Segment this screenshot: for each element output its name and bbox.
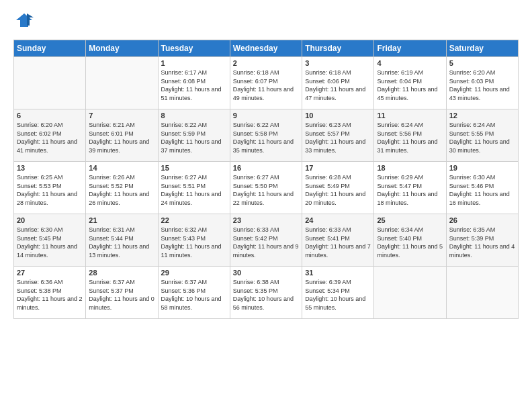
calendar-cell: 14Sunrise: 6:26 AMSunset: 5:52 PMDayligh… bbox=[86, 162, 158, 214]
weekday-header: Monday bbox=[86, 40, 158, 57]
day-number: 31 bbox=[305, 269, 371, 277]
day-number: 9 bbox=[233, 111, 299, 120]
calendar-cell: 26Sunrise: 6:35 AMSunset: 5:39 PMDayligh… bbox=[446, 214, 518, 267]
cell-info: Sunrise: 6:37 AMSunset: 5:37 PMDaylight:… bbox=[89, 279, 154, 311]
calendar-cell bbox=[374, 267, 446, 319]
cell-info: Sunrise: 6:18 AMSunset: 6:06 PMDaylight:… bbox=[305, 69, 365, 101]
cell-info: Sunrise: 6:20 AMSunset: 6:03 PMDaylight:… bbox=[449, 69, 510, 101]
calendar-cell: 22Sunrise: 6:32 AMSunset: 5:43 PMDayligh… bbox=[158, 214, 230, 267]
cell-info: Sunrise: 6:37 AMSunset: 5:36 PMDaylight:… bbox=[161, 279, 222, 311]
day-number: 8 bbox=[161, 111, 227, 120]
calendar-week-row: 6Sunrise: 6:20 AMSunset: 6:02 PMDaylight… bbox=[14, 109, 519, 162]
calendar-cell: 5Sunrise: 6:20 AMSunset: 6:03 PMDaylight… bbox=[446, 57, 518, 109]
calendar-week-row: 13Sunrise: 6:25 AMSunset: 5:53 PMDayligh… bbox=[14, 162, 519, 214]
day-number: 28 bbox=[89, 269, 154, 277]
weekday-header: Sunday bbox=[14, 40, 86, 57]
cell-info: Sunrise: 6:32 AMSunset: 5:43 PMDaylight:… bbox=[161, 226, 222, 259]
cell-info: Sunrise: 6:27 AMSunset: 5:51 PMDaylight:… bbox=[161, 174, 222, 206]
calendar-cell: 28Sunrise: 6:37 AMSunset: 5:37 PMDayligh… bbox=[86, 267, 158, 319]
calendar-cell: 1Sunrise: 6:17 AMSunset: 6:08 PMDaylight… bbox=[158, 57, 230, 109]
cell-info: Sunrise: 6:33 AMSunset: 5:42 PMDaylight:… bbox=[233, 226, 299, 259]
calendar-cell: 11Sunrise: 6:24 AMSunset: 5:56 PMDayligh… bbox=[374, 109, 446, 162]
calendar-cell bbox=[446, 267, 518, 319]
cell-info: Sunrise: 6:24 AMSunset: 5:56 PMDaylight:… bbox=[377, 122, 437, 154]
calendar-cell: 9Sunrise: 6:22 AMSunset: 5:58 PMDaylight… bbox=[230, 109, 302, 162]
calendar-cell: 12Sunrise: 6:24 AMSunset: 5:55 PMDayligh… bbox=[446, 109, 518, 162]
calendar-cell: 23Sunrise: 6:33 AMSunset: 5:42 PMDayligh… bbox=[230, 214, 302, 267]
cell-info: Sunrise: 6:19 AMSunset: 6:04 PMDaylight:… bbox=[377, 69, 437, 101]
calendar-cell: 3Sunrise: 6:18 AMSunset: 6:06 PMDaylight… bbox=[302, 57, 374, 109]
cell-info: Sunrise: 6:20 AMSunset: 6:02 PMDaylight:… bbox=[17, 122, 77, 154]
day-number: 13 bbox=[17, 164, 83, 172]
calendar-cell: 6Sunrise: 6:20 AMSunset: 6:02 PMDaylight… bbox=[14, 109, 86, 162]
day-number: 21 bbox=[89, 216, 154, 224]
calendar-cell: 7Sunrise: 6:21 AMSunset: 6:01 PMDaylight… bbox=[86, 109, 158, 162]
day-number: 3 bbox=[305, 59, 371, 67]
cell-info: Sunrise: 6:17 AMSunset: 6:08 PMDaylight:… bbox=[161, 69, 222, 101]
cell-info: Sunrise: 6:34 AMSunset: 5:40 PMDaylight:… bbox=[377, 226, 443, 259]
cell-info: Sunrise: 6:21 AMSunset: 6:01 PMDaylight:… bbox=[89, 122, 149, 154]
weekday-header: Friday bbox=[374, 40, 446, 57]
weekday-header: Thursday bbox=[302, 40, 374, 57]
cell-info: Sunrise: 6:36 AMSunset: 5:38 PMDaylight:… bbox=[17, 279, 83, 311]
cell-info: Sunrise: 6:22 AMSunset: 5:59 PMDaylight:… bbox=[161, 122, 222, 154]
day-number: 16 bbox=[233, 164, 299, 172]
cell-info: Sunrise: 6:30 AMSunset: 5:45 PMDaylight:… bbox=[17, 226, 77, 259]
cell-info: Sunrise: 6:33 AMSunset: 5:41 PMDaylight:… bbox=[305, 226, 371, 259]
calendar-cell: 29Sunrise: 6:37 AMSunset: 5:36 PMDayligh… bbox=[158, 267, 230, 319]
logo-icon bbox=[15, 11, 34, 30]
day-number: 30 bbox=[233, 269, 299, 277]
calendar-cell: 2Sunrise: 6:18 AMSunset: 6:07 PMDaylight… bbox=[230, 57, 302, 109]
day-number: 15 bbox=[161, 164, 227, 172]
day-number: 7 bbox=[89, 111, 154, 120]
calendar-cell: 18Sunrise: 6:29 AMSunset: 5:47 PMDayligh… bbox=[374, 162, 446, 214]
weekday-header-row: SundayMondayTuesdayWednesdayThursdayFrid… bbox=[14, 40, 519, 57]
day-number: 24 bbox=[305, 216, 371, 224]
logo bbox=[13, 11, 34, 33]
cell-info: Sunrise: 6:35 AMSunset: 5:39 PMDaylight:… bbox=[449, 226, 515, 259]
day-number: 5 bbox=[449, 59, 515, 67]
cell-info: Sunrise: 6:26 AMSunset: 5:52 PMDaylight:… bbox=[89, 174, 149, 206]
day-number: 18 bbox=[377, 164, 443, 172]
day-number: 29 bbox=[161, 269, 227, 277]
calendar-cell: 24Sunrise: 6:33 AMSunset: 5:41 PMDayligh… bbox=[302, 214, 374, 267]
calendar-cell: 20Sunrise: 6:30 AMSunset: 5:45 PMDayligh… bbox=[14, 214, 86, 267]
header bbox=[13, 11, 519, 33]
day-number: 6 bbox=[17, 111, 83, 120]
day-number: 14 bbox=[89, 164, 154, 172]
day-number: 23 bbox=[233, 216, 299, 224]
calendar-cell: 27Sunrise: 6:36 AMSunset: 5:38 PMDayligh… bbox=[14, 267, 86, 319]
calendar-week-row: 20Sunrise: 6:30 AMSunset: 5:45 PMDayligh… bbox=[14, 214, 519, 267]
cell-info: Sunrise: 6:31 AMSunset: 5:44 PMDaylight:… bbox=[89, 226, 149, 259]
day-number: 1 bbox=[161, 59, 227, 67]
calendar-cell: 16Sunrise: 6:27 AMSunset: 5:50 PMDayligh… bbox=[230, 162, 302, 214]
day-number: 26 bbox=[449, 216, 515, 224]
cell-info: Sunrise: 6:24 AMSunset: 5:55 PMDaylight:… bbox=[449, 122, 510, 154]
cell-info: Sunrise: 6:22 AMSunset: 5:58 PMDaylight:… bbox=[233, 122, 294, 154]
cell-info: Sunrise: 6:28 AMSunset: 5:49 PMDaylight:… bbox=[305, 174, 365, 206]
day-number: 20 bbox=[17, 216, 83, 224]
calendar-cell: 25Sunrise: 6:34 AMSunset: 5:40 PMDayligh… bbox=[374, 214, 446, 267]
day-number: 2 bbox=[233, 59, 299, 67]
day-number: 10 bbox=[305, 111, 371, 120]
day-number: 12 bbox=[449, 111, 515, 120]
calendar-cell bbox=[14, 57, 86, 109]
day-number: 19 bbox=[449, 164, 515, 172]
day-number: 4 bbox=[377, 59, 443, 67]
page-container: SundayMondayTuesdayWednesdayThursdayFrid… bbox=[0, 0, 532, 326]
calendar-cell: 21Sunrise: 6:31 AMSunset: 5:44 PMDayligh… bbox=[86, 214, 158, 267]
calendar-week-row: 27Sunrise: 6:36 AMSunset: 5:38 PMDayligh… bbox=[14, 267, 519, 319]
cell-info: Sunrise: 6:27 AMSunset: 5:50 PMDaylight:… bbox=[233, 174, 294, 206]
day-number: 25 bbox=[377, 216, 443, 224]
cell-info: Sunrise: 6:25 AMSunset: 5:53 PMDaylight:… bbox=[17, 174, 77, 206]
calendar-cell: 8Sunrise: 6:22 AMSunset: 5:59 PMDaylight… bbox=[158, 109, 230, 162]
logo-text bbox=[13, 11, 34, 33]
cell-info: Sunrise: 6:30 AMSunset: 5:46 PMDaylight:… bbox=[449, 174, 510, 206]
calendar-week-row: 1Sunrise: 6:17 AMSunset: 6:08 PMDaylight… bbox=[14, 57, 519, 109]
day-number: 11 bbox=[377, 111, 443, 120]
cell-info: Sunrise: 6:39 AMSunset: 5:34 PMDaylight:… bbox=[305, 279, 365, 311]
calendar-cell bbox=[86, 57, 158, 109]
weekday-header: Wednesday bbox=[230, 40, 302, 57]
calendar-cell: 15Sunrise: 6:27 AMSunset: 5:51 PMDayligh… bbox=[158, 162, 230, 214]
calendar-table: SundayMondayTuesdayWednesdayThursdayFrid… bbox=[13, 40, 519, 319]
